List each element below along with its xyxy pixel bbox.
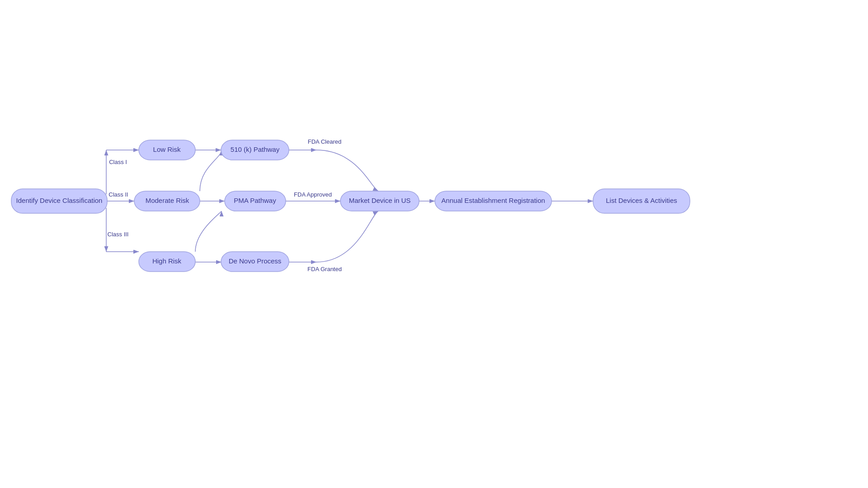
fda-approved-label: FDA Approved <box>294 191 332 198</box>
low-risk-label: Low Risk <box>153 145 181 153</box>
510k-pathway-label: 510 (k) Pathway <box>231 145 280 153</box>
de-novo-label: De Novo Process <box>229 257 282 265</box>
class-II-label: Class II <box>108 191 128 198</box>
fda-cleared-label: FDA Cleared <box>308 138 341 145</box>
market-device-label: Market Device in US <box>349 197 411 204</box>
annual-reg-label: Annual Establishment Registration <box>441 197 545 204</box>
list-devices-label: List Devices & Activities <box>606 197 677 204</box>
high-risk-label: High Risk <box>152 257 182 265</box>
class-I-label: Class I <box>109 159 127 165</box>
pma-pathway-label: PMA Pathway <box>234 197 276 204</box>
fda-granted-label: FDA Granted <box>307 266 342 272</box>
class-III-label: Class III <box>108 231 129 238</box>
moderate-risk-label: Moderate Risk <box>146 197 189 204</box>
identify-label: Identify Device Classification <box>16 197 103 204</box>
